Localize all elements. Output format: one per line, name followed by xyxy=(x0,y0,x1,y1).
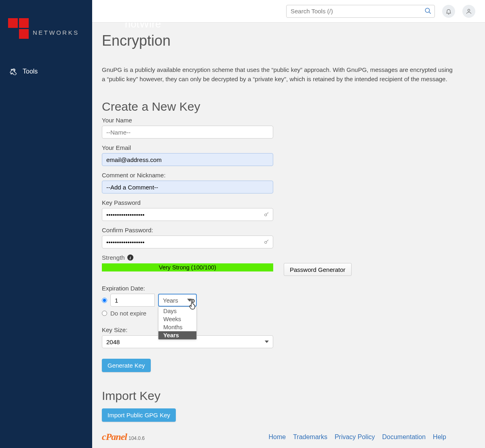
svg-point-2 xyxy=(468,9,470,11)
sidebar-item-tools[interactable]: Tools xyxy=(0,63,92,80)
cpanel-logo: cPanel xyxy=(102,431,127,442)
expiration-value-input[interactable] xyxy=(110,294,155,307)
svg-line-1 xyxy=(429,12,431,14)
svg-point-0 xyxy=(425,8,430,13)
footer-link-trademarks[interactable]: Trademarks xyxy=(293,433,327,441)
logo-icon xyxy=(8,18,29,39)
expiration-unit-select[interactable]: Years xyxy=(158,294,197,307)
footer-link-help[interactable]: Help xyxy=(433,433,446,441)
import-key-button[interactable]: Import Public GPG Key xyxy=(102,408,176,422)
page-title: Encryption xyxy=(102,32,462,49)
no-expire-label: Do not expire xyxy=(110,310,146,317)
comment-label: Comment or Nickname: xyxy=(102,172,462,179)
confirm-password-label: Confirm Password: xyxy=(102,227,462,233)
info-icon[interactable]: i xyxy=(127,254,133,261)
cpanel-version: 104.0.6 xyxy=(129,435,145,441)
key-icon xyxy=(264,238,270,245)
footer-link-home[interactable]: Home xyxy=(268,433,286,441)
name-label: Your Name xyxy=(102,117,462,124)
footer-link-privacy[interactable]: Privacy Policy xyxy=(335,433,375,441)
brand-logo: hotWireSM NETWORKS xyxy=(0,0,92,45)
strength-meter: Very Strong (100/100) xyxy=(102,263,273,271)
generate-key-button[interactable]: Generate Key xyxy=(102,359,151,372)
bell-icon xyxy=(445,8,452,15)
strength-label: Strength xyxy=(102,254,125,261)
comment-input[interactable] xyxy=(102,181,273,194)
footer: cPanel 104.0.6 Home Trademarks Privacy P… xyxy=(102,431,462,442)
email-label: Your Email xyxy=(102,144,462,151)
password-label: Key Password xyxy=(102,199,462,206)
no-expire-radio[interactable] xyxy=(102,311,107,316)
password-input[interactable] xyxy=(102,208,273,221)
svg-point-4 xyxy=(265,241,267,243)
expiration-unit-dropdown: Days Weeks Months Years xyxy=(158,307,197,340)
main: Encryption GnuPG is a publicly available… xyxy=(92,0,485,442)
email-input[interactable] xyxy=(102,153,273,166)
import-heading: Import Key xyxy=(102,389,462,403)
svg-point-3 xyxy=(265,214,267,216)
search-icon[interactable] xyxy=(424,7,432,15)
confirm-password-input[interactable] xyxy=(102,236,273,248)
footer-link-documentation[interactable]: Documentation xyxy=(382,433,426,441)
chevron-down-icon xyxy=(187,298,192,303)
user-icon xyxy=(466,8,472,15)
page-description: GnuPG is a publicly available encryption… xyxy=(102,65,453,84)
unit-option-years[interactable]: Years xyxy=(158,331,196,339)
search-input[interactable] xyxy=(286,5,435,18)
expiration-label: Expiration Date: xyxy=(102,285,462,292)
keysize-label: Key Size: xyxy=(102,326,462,333)
expire-radio[interactable] xyxy=(102,298,107,303)
account-button[interactable] xyxy=(462,5,475,18)
unit-option-weeks[interactable]: Weeks xyxy=(158,315,196,323)
tools-icon xyxy=(10,68,17,75)
sidebar-item-label: Tools xyxy=(23,68,38,75)
create-key-heading: Create a New Key xyxy=(102,100,462,114)
name-input[interactable] xyxy=(102,126,273,139)
sidebar: hotWireSM NETWORKS Tools xyxy=(0,0,92,448)
topbar xyxy=(92,0,485,23)
notifications-button[interactable] xyxy=(442,5,455,18)
unit-option-months[interactable]: Months xyxy=(158,323,196,331)
unit-option-days[interactable]: Days xyxy=(158,307,196,315)
password-generator-button[interactable]: Password Generator xyxy=(284,263,352,276)
key-icon xyxy=(264,211,270,217)
